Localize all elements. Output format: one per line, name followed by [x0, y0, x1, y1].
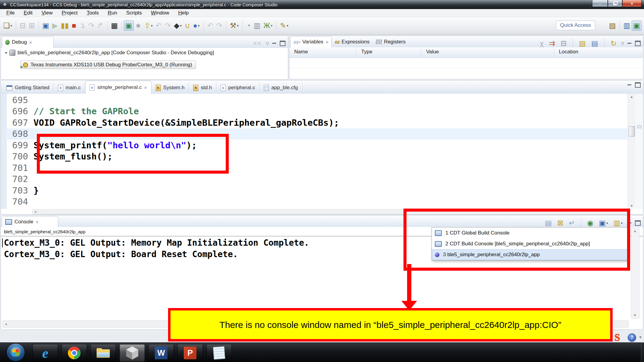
- code-line-695[interactable]: 695: [6, 94, 627, 106]
- quick-access-button[interactable]: Quick Access: [556, 20, 595, 30]
- scroll-lock-icon[interactable]: ⊠: [556, 218, 565, 228]
- debug-tree-root[interactable]: ▾ ble5_simple_peripheral_cc2640r2lp_app …: [3, 50, 214, 56]
- save-icon[interactable]: ⊟: [18, 20, 27, 31]
- open-perspective-button[interactable]: ▨: [607, 20, 617, 31]
- terminate-icon[interactable]: ■: [70, 20, 78, 31]
- scroll-down-icon[interactable]: ▼: [631, 312, 639, 318]
- show-type-names-icon[interactable]: χ: [538, 38, 545, 49]
- close-icon[interactable]: ×: [144, 85, 147, 90]
- console-menu-item[interactable]: 1 CDT Global Build Console: [432, 228, 627, 238]
- taskbar-word[interactable]: W: [148, 344, 174, 362]
- show-desktop-button[interactable]: [641, 342, 644, 362]
- restore-button[interactable]: [608, 0, 622, 7]
- tab-registers[interactable]: 10100101 Registers: [372, 36, 409, 47]
- code-line-699[interactable]: 699System_printf("hello world\n");: [6, 140, 627, 151]
- editor-tab-peripheral-c[interactable]: peripheral.c: [216, 82, 260, 94]
- code-line-703[interactable]: 703}: [6, 185, 627, 196]
- code-line-704[interactable]: 704: [6, 196, 627, 208]
- new-file-icon[interactable]: ❏▾: [2, 20, 14, 31]
- flash-icon[interactable]: ◆▾: [172, 20, 183, 31]
- taskbar-powerpoint[interactable]: P: [177, 344, 203, 362]
- open-console-icon[interactable]: ▥▾: [612, 218, 624, 228]
- refresh-target-icon[interactable]: ●▾: [192, 20, 201, 31]
- menu-scripts[interactable]: Scripts: [122, 10, 146, 16]
- profile-clock-icon[interactable]: ◔: [245, 20, 252, 31]
- save-all-icon[interactable]: ⊞: [27, 20, 36, 31]
- editor-tab-getting-started[interactable]: Getting Started: [2, 82, 54, 94]
- close-icon[interactable]: ×: [36, 219, 38, 225]
- code-line-700[interactable]: 700System_flush();: [6, 151, 627, 162]
- open-element-icon[interactable]: ▥: [252, 20, 262, 31]
- scrollbar-thumb[interactable]: [629, 126, 635, 137]
- editor-tab-std-h[interactable]: std.h: [189, 82, 216, 94]
- detach-window-icon[interactable]: ▧: [578, 38, 588, 49]
- scroll-down-icon[interactable]: ▼: [628, 203, 635, 209]
- menu-run[interactable]: Run: [103, 10, 122, 16]
- word-wrap-icon[interactable]: ↵: [567, 218, 576, 228]
- remove-all-terminated-icon[interactable]: ××: [251, 38, 263, 49]
- pin-view-icon[interactable]: ▤: [590, 38, 600, 49]
- close-button[interactable]: ×: [622, 0, 642, 7]
- code-editor[interactable]: 695696// Start the GAPRole697VOID GAPRol…: [1, 94, 643, 209]
- taskbar-file-explorer[interactable]: [91, 344, 116, 362]
- taskbar-notepad[interactable]: [206, 344, 232, 362]
- menu-window[interactable]: Window: [146, 10, 174, 16]
- suspend-icon[interactable]: ▮▮: [59, 20, 70, 31]
- tab-debug[interactable]: Debug ×: [2, 36, 54, 48]
- code-line-697[interactable]: 697VOID GAPRole_StartDevice(&SimpleBLEPe…: [6, 117, 627, 128]
- debug-view-icon[interactable]: ▣: [41, 20, 51, 31]
- collapse-icon[interactable]: ▾: [3, 51, 9, 55]
- overview-ruler[interactable]: [635, 94, 643, 209]
- code-line-698[interactable]: 698: [6, 128, 627, 140]
- column-name[interactable]: Name: [289, 47, 356, 58]
- tab-variables[interactable]: (x)= Variables ×: [290, 36, 332, 47]
- connect-target-icon[interactable]: ▣: [124, 20, 134, 31]
- build-icon[interactable]: ⚒▾: [228, 20, 240, 31]
- code-line-696[interactable]: 696// Start the GAPRole: [6, 106, 627, 117]
- menu-edit[interactable]: Edit: [19, 10, 37, 16]
- maximize-view-icon[interactable]: [280, 41, 285, 46]
- close-icon[interactable]: ×: [326, 39, 328, 45]
- display-selected-console-icon[interactable]: ▣▾: [598, 218, 610, 228]
- taskbar-code-composer-studio[interactable]: [120, 344, 145, 362]
- undo-icon[interactable]: ↶: [206, 20, 215, 31]
- show-logical-structure-icon[interactable]: ⇉: [547, 38, 556, 49]
- pin-console-icon[interactable]: ◉: [586, 218, 595, 228]
- tab-console[interactable]: Console ×: [2, 216, 58, 227]
- collapse-all-icon[interactable]: ⊟: [559, 38, 568, 49]
- console-vertical-scrollbar[interactable]: ▲ ▼: [631, 228, 639, 319]
- tab-expressions[interactable]: 66 Expressions: [332, 36, 372, 47]
- close-icon[interactable]: ×: [29, 40, 32, 45]
- menu-tools[interactable]: Tools: [82, 10, 103, 16]
- step-over-icon[interactable]: ↷: [87, 20, 96, 31]
- minimize-view-icon[interactable]: [627, 83, 632, 87]
- maximize-view-icon[interactable]: [635, 41, 641, 46]
- step-into-icon[interactable]: ↴: [78, 20, 87, 31]
- help-icon[interactable]: ?: [628, 333, 636, 342]
- menu-view[interactable]: View: [37, 10, 57, 16]
- ccs-edit-perspective-button[interactable]: ▥: [622, 20, 632, 31]
- console-menu-item[interactable]: 3 ble5_simple_peripheral_cc2640r2lp_app: [432, 249, 627, 260]
- reset-cpu-icon[interactable]: ∪: [183, 20, 192, 31]
- code-line-701[interactable]: 701: [6, 162, 627, 174]
- refresh-icon[interactable]: ↻: [609, 38, 618, 49]
- editor-tab-main-c[interactable]: main.c: [54, 82, 85, 94]
- editor-tab-simple-peripheral-c[interactable]: simple_peripheral.c×: [85, 81, 151, 94]
- ccs-debug-perspective-button[interactable]: ▣: [632, 20, 642, 31]
- restore-state-icon[interactable]: ↶: [154, 20, 163, 31]
- clear-console-icon[interactable]: ▤: [544, 218, 553, 228]
- step-return-icon[interactable]: ↱: [96, 20, 105, 31]
- source-lookup-icon[interactable]: ∗: [134, 20, 143, 31]
- scroll-up-icon[interactable]: ▲: [628, 94, 635, 100]
- view-menu-icon[interactable]: ▽: [621, 41, 624, 46]
- menu-project[interactable]: Project: [57, 10, 82, 16]
- view-registers-icon[interactable]: ▦: [110, 20, 120, 31]
- menu-help[interactable]: Help: [174, 10, 193, 16]
- debug-config-icon[interactable]: Ж▾: [262, 20, 274, 31]
- start-button[interactable]: [7, 343, 25, 361]
- resume-icon[interactable]: ▶: [51, 20, 59, 31]
- minimize-view-icon[interactable]: [627, 221, 632, 225]
- editor-horizontal-scrollbar[interactable]: ◂: [32, 209, 627, 214]
- code-line-702[interactable]: 702: [6, 174, 627, 185]
- editor-vertical-scrollbar[interactable]: ▲ ▼: [628, 94, 635, 209]
